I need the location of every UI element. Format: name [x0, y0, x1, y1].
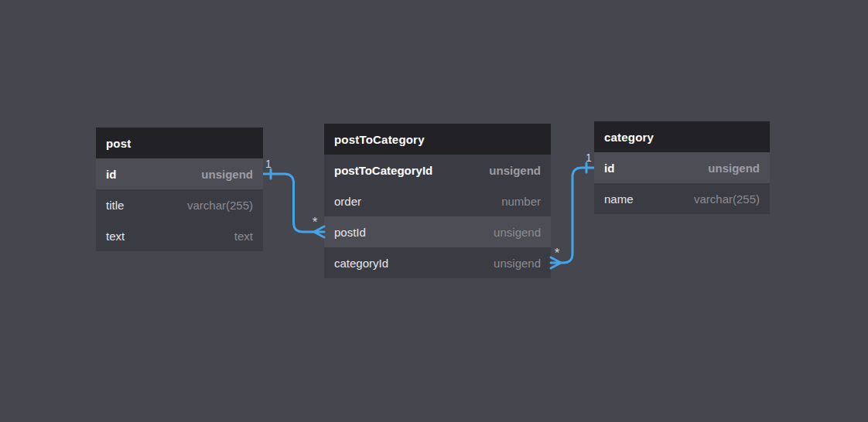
table-row-postToCategory-order[interactable]: ordernumber: [324, 185, 551, 216]
table-row-postToCategory-categoryId[interactable]: categoryIdunsigend: [324, 247, 551, 278]
column-name: id: [106, 168, 116, 181]
cardinality-many-label: *: [555, 246, 560, 260]
table-title: category: [604, 131, 654, 144]
column-name: categoryId: [334, 257, 388, 270]
column-type: unsigend: [494, 257, 541, 270]
table-title: post: [106, 137, 131, 150]
column-name: name: [604, 192, 634, 206]
diagram-canvas[interactable]: postidunsigendtitlevarchar(255)texttextp…: [0, 0, 868, 422]
table-row-post-id[interactable]: idunsigend: [96, 158, 263, 189]
column-type: number: [501, 195, 541, 208]
table-row-post-text[interactable]: texttext: [96, 220, 263, 251]
table-postToCategory[interactable]: postToCategorypostToCategoryIdunsigendor…: [324, 124, 551, 278]
column-type: varchar(255): [187, 199, 253, 212]
table-row-postToCategory-postId[interactable]: postIdunsigend: [324, 216, 551, 247]
table-row-postToCategory-postToCategoryId[interactable]: postToCategoryIdunsigend: [324, 155, 551, 185]
table-title: postToCategory: [334, 133, 425, 146]
column-type: unsigend: [494, 226, 541, 239]
table-row-category-name[interactable]: namevarchar(255): [594, 183, 770, 214]
table-category[interactable]: categoryidunsigendnamevarchar(255): [594, 121, 770, 214]
column-type: varchar(255): [694, 192, 760, 206]
column-name: postToCategoryId: [334, 164, 432, 177]
column-name: order: [334, 195, 361, 208]
table-header-postToCategory[interactable]: postToCategory: [324, 124, 551, 155]
column-type: unsigend: [489, 164, 541, 177]
many-arrow-category-to-postToCategory: [551, 257, 561, 268]
column-type: unsigend: [708, 162, 760, 175]
relation-wire-post-to-postToCategory[interactable]: [263, 174, 314, 232]
column-name: postId: [334, 226, 366, 239]
column-name: id: [604, 162, 614, 175]
cardinality-many-label: *: [313, 215, 318, 230]
cardinality-one-label: 1: [586, 151, 592, 164]
column-name: title: [106, 199, 124, 212]
many-arrow-post-to-postToCategory: [314, 226, 324, 237]
column-type: text: [234, 230, 253, 243]
table-post[interactable]: postidunsigendtitlevarchar(255)texttext: [96, 128, 263, 251]
column-type: unsigend: [201, 168, 253, 181]
relation-wire-category-to-postToCategory[interactable]: [561, 168, 594, 263]
cardinality-one-label: 1: [265, 158, 272, 170]
table-row-category-id[interactable]: idunsigend: [594, 152, 770, 183]
column-name: text: [106, 230, 125, 243]
table-header-category[interactable]: category: [594, 121, 770, 152]
table-row-post-title[interactable]: titlevarchar(255): [96, 189, 263, 220]
table-header-post[interactable]: post: [96, 128, 263, 158]
